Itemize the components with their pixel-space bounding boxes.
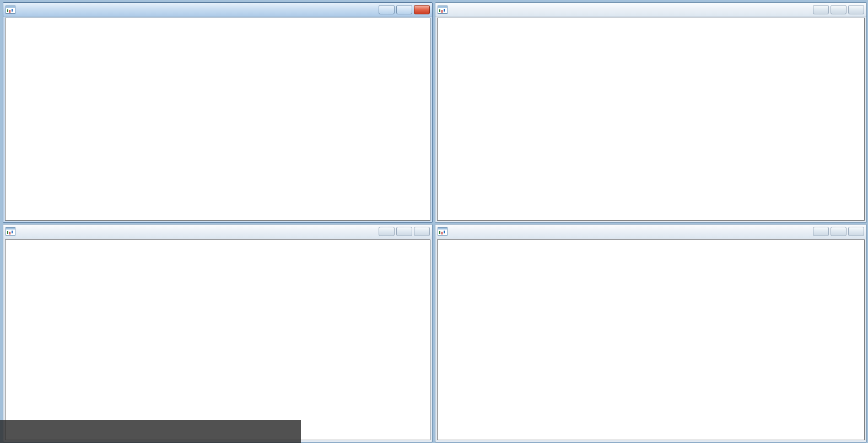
price-chart-canvas-xrpusd[interactable]: [438, 18, 603, 101]
minimize-button[interactable]: [813, 227, 829, 236]
ohlc-info: [8, 19, 10, 26]
chart-area[interactable]: [5, 239, 430, 440]
chart-window-icon: [6, 227, 15, 236]
price-chart-canvas-btcusd[interactable]: [6, 18, 171, 101]
window-titlebar[interactable]: [3, 3, 432, 17]
restore-button[interactable]: [831, 5, 847, 14]
chart-window-xrpusd: [435, 2, 867, 223]
window-titlebar[interactable]: [435, 225, 866, 238]
chart-area[interactable]: [437, 239, 865, 440]
ohlc-info: [8, 241, 10, 248]
chart-window-solusd: [435, 224, 867, 442]
close-button[interactable]: [848, 5, 864, 14]
chart-area[interactable]: [437, 18, 865, 221]
price-chart-canvas-solusd[interactable]: [438, 240, 603, 323]
restore-button[interactable]: [396, 5, 412, 14]
chart-window-icon: [438, 227, 448, 236]
restore-button[interactable]: [396, 227, 412, 236]
minimize-button[interactable]: [379, 5, 395, 14]
close-button[interactable]: [414, 227, 430, 236]
window-titlebar[interactable]: [435, 3, 866, 17]
close-button[interactable]: [848, 227, 864, 236]
instaforex-logo: [0, 420, 301, 443]
mdi-workspace: [0, 0, 868, 443]
chart-window-btcusd: [3, 2, 433, 223]
close-button[interactable]: [414, 5, 430, 14]
chart-window-icon: [6, 6, 15, 14]
price-chart-canvas-ethusd[interactable]: [6, 240, 171, 323]
minimize-button[interactable]: [813, 5, 829, 14]
chart-window-ethusd: [3, 224, 433, 442]
window-titlebar[interactable]: [3, 225, 432, 238]
restore-button[interactable]: [831, 227, 847, 236]
chart-window-icon: [438, 6, 448, 14]
ohlc-info: [440, 241, 443, 248]
chart-area[interactable]: [5, 18, 430, 221]
minimize-button[interactable]: [379, 227, 395, 236]
ohlc-info: [440, 19, 443, 26]
